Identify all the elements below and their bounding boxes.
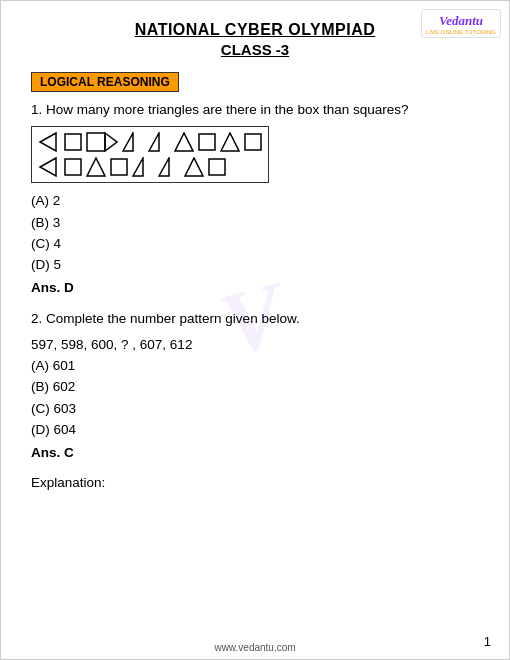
shape-tri-6 (38, 156, 60, 178)
svg-marker-1 (40, 133, 56, 151)
svg-marker-4 (105, 133, 117, 151)
svg-marker-16 (159, 158, 169, 176)
svg-rect-18 (209, 159, 225, 175)
svg-rect-14 (111, 159, 127, 175)
shape-square-2 (198, 133, 216, 151)
q1-option-b: (B) 3 (31, 213, 479, 233)
page-header: NATIONAL CYBER OLYMPIAD CLASS -3 (31, 21, 479, 58)
q2-pattern: 597, 598, 600, ? , 607, 612 (31, 335, 479, 355)
exam-title: NATIONAL CYBER OLYMPIAD (31, 21, 479, 39)
q2-answer: Ans. C (31, 443, 479, 463)
question-2-text: 2. Complete the number pattern given bel… (31, 309, 479, 329)
shape-square-5 (110, 158, 128, 176)
svg-marker-15 (133, 158, 143, 176)
q2-option-a: (A) 601 (31, 356, 479, 376)
q2-option-c: (C) 603 (31, 399, 479, 419)
q2-number: 2. (31, 311, 46, 326)
q1-body: How many more triangles are there in the… (46, 102, 408, 117)
shape-tri-8 (132, 157, 154, 177)
q1-number: 1. (31, 102, 46, 117)
shapes-row-2 (38, 156, 262, 178)
q2-option-d: (D) 604 (31, 420, 479, 440)
q1-answer: Ans. D (31, 278, 479, 298)
shape-tri-4 (174, 132, 194, 152)
svg-marker-13 (87, 158, 105, 176)
q1-option-c: (C) 4 (31, 234, 479, 254)
shape-square-1 (64, 133, 82, 151)
shape-square-4 (64, 158, 82, 176)
svg-rect-3 (87, 133, 105, 151)
shape-sq-tri-1 (86, 132, 118, 152)
shape-tri-9 (158, 157, 180, 177)
section-badge: LOGICAL REASONING (31, 64, 479, 100)
svg-marker-17 (185, 158, 203, 176)
shape-tri-2 (122, 132, 144, 152)
question-1: 1. How many more triangles are there in … (31, 100, 479, 299)
svg-rect-8 (199, 134, 215, 150)
q2-option-b: (B) 602 (31, 377, 479, 397)
q1-option-a: (A) 2 (31, 191, 479, 211)
shape-tri-10 (184, 157, 204, 177)
shape-square-3 (244, 133, 262, 151)
shape-tri-5 (220, 132, 240, 152)
shape-tri-7 (86, 157, 106, 177)
footer-url: www.vedantu.com (214, 642, 295, 653)
shape-square-6 (208, 158, 226, 176)
q1-option-d: (D) 5 (31, 255, 479, 275)
svg-marker-11 (40, 158, 56, 176)
svg-rect-2 (65, 134, 81, 150)
svg-marker-7 (175, 133, 193, 151)
q2-explanation-label: Explanation: (31, 473, 479, 493)
svg-marker-5 (123, 133, 133, 151)
shape-triangle-1 (38, 131, 60, 153)
svg-marker-9 (221, 133, 239, 151)
shapes-row-1 (38, 131, 262, 153)
shape-tri-3 (148, 132, 170, 152)
class-label: CLASS -3 (31, 41, 479, 58)
shapes-box (31, 126, 269, 183)
svg-marker-6 (149, 133, 159, 151)
q2-body: Complete the number pattern given below. (46, 311, 300, 326)
svg-rect-10 (245, 134, 261, 150)
section-badge-text: LOGICAL REASONING (31, 72, 179, 92)
page-number: 1 (484, 634, 491, 649)
svg-rect-12 (65, 159, 81, 175)
question-2: 2. Complete the number pattern given bel… (31, 309, 479, 494)
question-1-text: 1. How many more triangles are there in … (31, 100, 479, 120)
